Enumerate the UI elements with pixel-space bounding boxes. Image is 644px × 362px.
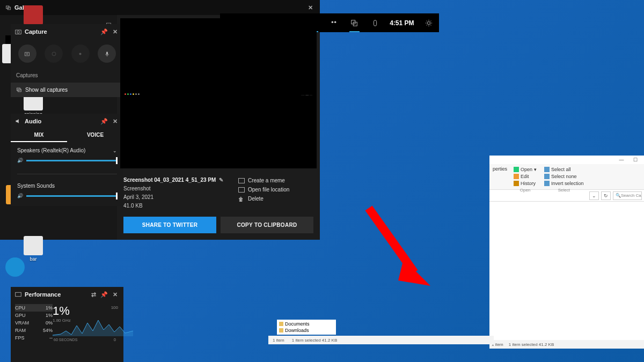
gallery-preview: ···· — ···	[120, 18, 317, 168]
captures-label: Captures	[11, 70, 123, 83]
capture-panel: Capture 📌 ✕ Captures Show all captures	[11, 24, 123, 97]
perf-title: Performance	[25, 291, 61, 298]
audio-panel: Audio 📌 ✕ MIX VOICE Speakers (Realtek(R)…	[11, 114, 123, 206]
ram-value: 54%	[43, 328, 53, 333]
close-icon[interactable]: ✕	[111, 117, 119, 125]
tab-mix[interactable]: MIX	[11, 129, 67, 142]
ribbon-select-all[interactable]: Select all	[543, 166, 585, 173]
gamebar-gallery-icon[interactable]	[344, 13, 365, 32]
delete-button[interactable]: 🗑Delete	[238, 194, 313, 203]
desktop-icon-pdf[interactable]	[20, 5, 46, 26]
performance-icon	[15, 291, 21, 298]
address-dropdown[interactable]: ⌄	[589, 191, 599, 200]
close-icon[interactable]: ✕	[306, 3, 314, 12]
gallery-icon	[5, 5, 11, 11]
svg-line-24	[369, 208, 414, 272]
ribbon-open[interactable]: Open ▾	[513, 166, 538, 173]
status-selected: 1 item selected 41.2 KB	[509, 342, 554, 347]
minimize-button[interactable]: ―	[615, 157, 628, 163]
performance-panel: Performance ⇄ 📌 ✕ CPU1% GPU1% VRAM0% RAM…	[11, 287, 123, 362]
gamebar-time: 4:51 PM	[385, 19, 418, 27]
gallery-file-type: Screenshot	[123, 184, 238, 193]
gallery-file-name: Screenshot 04_03_2021 4_51_23 PM	[123, 176, 216, 184]
audio-title: Audio	[25, 118, 41, 124]
folder-icon	[238, 187, 245, 193]
svg-point-14	[26, 53, 28, 55]
sidebar-item-documents[interactable]: Documents	[279, 321, 334, 327]
svg-rect-17	[106, 51, 108, 55]
share-twitter-button[interactable]: SHARE TO TWITTER	[123, 217, 216, 233]
perf-axis-right: 0	[114, 338, 116, 342]
gamebar-settings-icon[interactable]	[418, 13, 439, 32]
fps-label: FPS	[15, 335, 25, 341]
explorer-status-bar: 1 item 1 item selected 41.2 KB	[268, 336, 494, 344]
perf-max: 100	[111, 305, 118, 310]
gallery-icon	[16, 87, 22, 93]
copy-clipboard-button[interactable]: COPY TO CLIPBOARD	[221, 217, 313, 233]
svg-rect-9	[374, 20, 376, 26]
camera-icon	[15, 28, 21, 35]
svg-point-10	[427, 21, 430, 24]
speaker-icon: 🔊	[17, 193, 23, 198]
ribbon-select-none[interactable]: Select none	[543, 173, 585, 180]
svg-point-6	[334, 21, 336, 23]
capture-title: Capture	[25, 28, 47, 35]
vram-label: VRAM	[15, 320, 29, 326]
pin-icon[interactable]: 📌	[100, 290, 108, 299]
ribbon-history[interactable]: History	[513, 180, 538, 187]
svg-point-15	[52, 52, 56, 56]
pin-icon[interactable]: 📌	[100, 117, 108, 125]
ribbon-edit[interactable]: Edit	[513, 173, 538, 180]
svg-rect-13	[25, 52, 30, 55]
speaker-icon: 🔊	[17, 158, 23, 163]
trash-icon: 🗑	[238, 196, 245, 202]
status-selected: 1 item selected 41.2 KB	[292, 338, 338, 343]
record-last-button[interactable]	[45, 45, 63, 63]
record-button[interactable]	[71, 45, 90, 63]
edit-icon[interactable]: ✎	[219, 176, 223, 184]
desktop-label: bar	[30, 256, 36, 262]
ribbon-group-select: Select	[543, 187, 585, 193]
speakers-slider[interactable]: 🔊	[17, 157, 117, 164]
perf-graph	[53, 315, 133, 336]
svg-point-12	[17, 31, 20, 34]
gamebar-social-icon[interactable]	[324, 13, 345, 32]
options-icon[interactable]: ⇄	[89, 290, 98, 299]
close-icon[interactable]: ✕	[111, 290, 119, 299]
screenshot-button[interactable]	[18, 45, 36, 63]
refresh-button[interactable]: ↻	[601, 191, 611, 200]
meme-icon	[238, 178, 245, 183]
create-meme-button[interactable]: Create a meme	[238, 176, 313, 185]
gamebar-mouse-icon[interactable]	[365, 13, 386, 32]
close-icon[interactable]: ✕	[111, 27, 119, 36]
gallery-file-size: 41.0 KB	[123, 202, 238, 210]
sidebar-item-downloads[interactable]: Downloads	[279, 327, 334, 334]
pin-icon[interactable]: 📌	[100, 27, 108, 36]
ribbon-properties[interactable]: perties	[493, 166, 507, 172]
chevron-down-icon[interactable]: ⌄	[113, 148, 117, 153]
system-sounds-slider[interactable]: 🔊	[17, 192, 117, 200]
svg-point-16	[79, 53, 82, 55]
annotation-arrow	[361, 203, 436, 294]
gpu-value: 1%	[46, 313, 53, 318]
show-all-captures[interactable]: Show all captures	[11, 83, 123, 97]
gpu-label: GPU	[15, 313, 26, 318]
maximize-button[interactable]: ☐	[629, 157, 642, 163]
ram-label: RAM	[15, 328, 26, 333]
search-input[interactable]: 🔍 Search Ca	[613, 191, 642, 200]
open-file-location-button[interactable]: Open file location	[238, 185, 313, 194]
svg-point-5	[331, 21, 333, 23]
cpu-value: 1%	[46, 305, 53, 311]
mic-button[interactable]	[98, 45, 116, 63]
speakers-label: Speakers (Realtek(R) Audio)	[17, 147, 85, 153]
desktop-icon[interactable]	[2, 257, 28, 278]
explorer-sidebar-fragment: Documents Downloads	[277, 320, 336, 335]
tab-voice[interactable]: VOICE	[67, 129, 123, 142]
audio-icon	[15, 118, 21, 124]
show-all-label: Show all captures	[25, 87, 68, 93]
file-explorer: ― ☐ perties Open ▾ Edit History Open Sel…	[489, 156, 644, 349]
ribbon-invert-selection[interactable]: Invert selection	[543, 180, 585, 187]
svg-rect-20	[16, 292, 21, 297]
status-count: 1 item	[273, 338, 284, 343]
perf-axis-left: 60 SECONDS	[54, 338, 77, 342]
